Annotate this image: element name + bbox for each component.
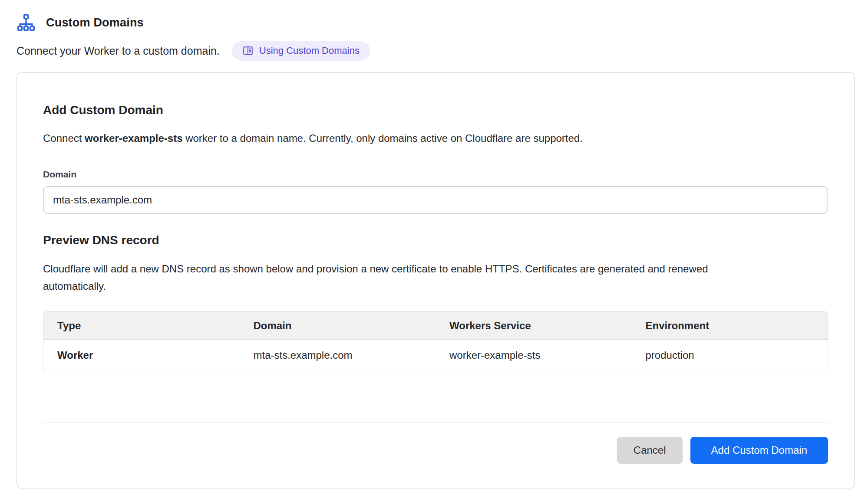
domain-field-label: Domain xyxy=(43,169,828,180)
card-title: Add Custom Domain xyxy=(43,103,828,117)
sitemap-icon xyxy=(17,13,36,32)
book-icon xyxy=(242,45,254,56)
preview-dns-title: Preview DNS record xyxy=(43,233,828,247)
cell-type: Worker xyxy=(43,340,240,371)
table-header-environment: Environment xyxy=(632,312,828,340)
table-row: Worker mta-sts.example.com worker-exampl… xyxy=(43,340,828,371)
cell-domain: mta-sts.example.com xyxy=(240,340,436,371)
page-title: Custom Domains xyxy=(46,16,144,29)
cancel-button[interactable]: Cancel xyxy=(617,437,683,464)
dns-preview-table: Type Domain Workers Service Environment … xyxy=(43,311,828,371)
page-subheader: Connect your Worker to a custom domain. … xyxy=(17,41,851,61)
card-description-suffix: worker to a domain name. Currently, only… xyxy=(183,132,583,144)
add-custom-domain-button[interactable]: Add Custom Domain xyxy=(690,437,828,464)
custom-domains-page: Custom Domains Connect your Worker to a … xyxy=(0,0,868,488)
table-header-type: Type xyxy=(43,312,240,340)
doc-badge-label: Using Custom Domains xyxy=(259,45,360,56)
domain-input[interactable] xyxy=(43,187,828,213)
page-header: Custom Domains xyxy=(17,13,851,32)
table-header-row: Type Domain Workers Service Environment xyxy=(43,312,828,340)
cell-workers-service: worker-example-sts xyxy=(436,340,632,371)
worker-name: worker-example-sts xyxy=(85,132,182,144)
using-custom-domains-link[interactable]: Using Custom Domains xyxy=(232,41,370,61)
preview-dns-description: Cloudflare will add a new DNS record as … xyxy=(43,260,720,295)
footer-button-row: Cancel Add Custom Domain xyxy=(43,437,828,464)
card-description-prefix: Connect xyxy=(43,132,85,144)
add-custom-domain-card: Add Custom Domain Connect worker-example… xyxy=(17,72,855,488)
table-header-domain: Domain xyxy=(240,312,436,340)
card-description: Connect worker-example-sts worker to a d… xyxy=(43,131,828,146)
footer-divider xyxy=(43,423,828,423)
cell-environment: production xyxy=(632,340,828,371)
table-header-workers-service: Workers Service xyxy=(436,312,632,340)
page-subtitle: Connect your Worker to a custom domain. xyxy=(17,45,220,57)
